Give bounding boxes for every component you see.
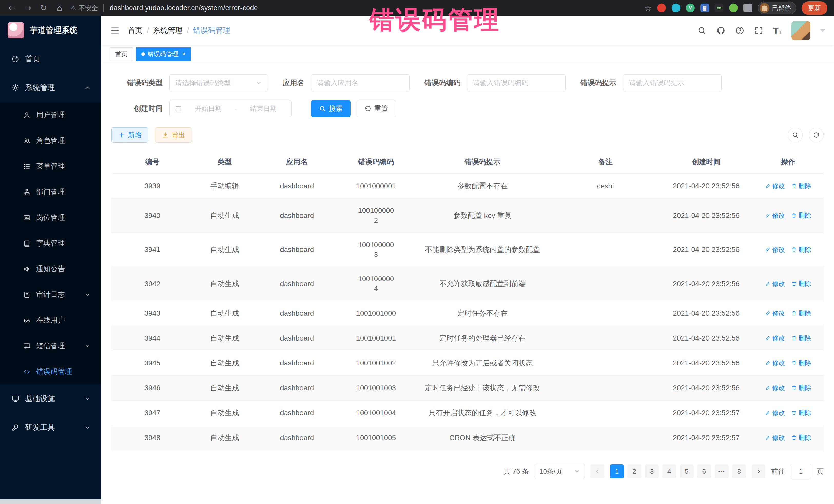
toggle-search-button[interactable] bbox=[788, 128, 803, 143]
page-button[interactable]: 6 bbox=[697, 464, 711, 478]
edit-button[interactable]: 修改 bbox=[765, 308, 785, 318]
sidebar-item-dev-tools[interactable]: 研发工具 bbox=[0, 413, 101, 442]
sidebar-item-role[interactable]: 角色管理 bbox=[0, 128, 101, 153]
cell-app: dashboard bbox=[256, 425, 338, 451]
cell-id: 3943 bbox=[111, 301, 193, 326]
forward-icon[interactable]: → bbox=[23, 3, 33, 13]
help-icon[interactable] bbox=[735, 26, 744, 35]
close-icon[interactable]: × bbox=[182, 50, 185, 58]
delete-button[interactable]: 删除 bbox=[791, 211, 811, 220]
delete-button[interactable]: 删除 bbox=[791, 245, 811, 254]
edit-button[interactable]: 修改 bbox=[765, 333, 785, 343]
browser-profile-chip[interactable]: 已暂停 bbox=[758, 2, 796, 14]
add-button[interactable]: 新增 bbox=[111, 127, 148, 143]
refresh-table-button[interactable] bbox=[809, 128, 824, 143]
extension-icon[interactable] bbox=[672, 4, 680, 12]
error-type-select[interactable]: 请选择错误码类型 bbox=[169, 74, 268, 91]
delete-icon bbox=[791, 435, 797, 440]
delete-button[interactable]: 删除 bbox=[791, 408, 811, 418]
page-button[interactable]: 5 bbox=[680, 464, 694, 478]
sidebar-item-infra[interactable]: 基础设施 bbox=[0, 385, 101, 413]
page-button[interactable]: 4 bbox=[662, 464, 676, 478]
delete-button[interactable]: 删除 bbox=[791, 358, 811, 368]
sidebar-item-audit-log[interactable]: 审计日志 bbox=[0, 282, 101, 307]
extension-icon[interactable]: ▓ bbox=[700, 4, 709, 12]
goto-suffix: 页 bbox=[817, 467, 824, 476]
page-button[interactable]: 2 bbox=[628, 464, 641, 478]
back-icon[interactable]: ← bbox=[7, 3, 17, 13]
delete-button[interactable]: 删除 bbox=[791, 433, 811, 442]
page-button[interactable]: 8 bbox=[732, 464, 746, 478]
sidebar-item-notice[interactable]: 通知公告 bbox=[0, 256, 101, 282]
delete-button[interactable]: 删除 bbox=[791, 181, 811, 191]
hamburger-icon[interactable] bbox=[110, 26, 120, 35]
date-range-picker[interactable]: 开始日期 - 结束日期 bbox=[169, 100, 291, 117]
edit-button[interactable]: 修改 bbox=[765, 211, 785, 220]
reload-icon[interactable]: ↻ bbox=[39, 3, 49, 13]
vue-devtools-icon[interactable]: V bbox=[686, 4, 695, 12]
cell-code: 1001001001 bbox=[338, 326, 414, 351]
page-size-select[interactable]: 10条/页 bbox=[534, 464, 585, 479]
delete-button[interactable]: 删除 bbox=[791, 308, 811, 318]
sidebar-item-system[interactable]: 系统管理 bbox=[0, 73, 101, 102]
edit-button[interactable]: 修改 bbox=[765, 245, 785, 254]
app-name-input[interactable] bbox=[311, 74, 410, 91]
sidebar-item-online-user[interactable]: 在线用户 bbox=[0, 307, 101, 333]
tab-error-code[interactable]: 错误码管理 × bbox=[136, 47, 191, 61]
prev-page-button[interactable] bbox=[591, 464, 604, 478]
cell-app: dashboard bbox=[256, 174, 338, 199]
page-button[interactable]: 3 bbox=[645, 464, 659, 478]
github-icon[interactable] bbox=[716, 26, 725, 35]
delete-button[interactable]: 删除 bbox=[791, 333, 811, 343]
breadcrumb-system[interactable]: 系统管理 bbox=[153, 25, 183, 36]
edit-button[interactable]: 修改 bbox=[765, 433, 785, 442]
address-bar[interactable]: dashboard.yudao.iocoder.cn/system/error-… bbox=[110, 4, 258, 12]
edit-button[interactable]: 修改 bbox=[765, 181, 785, 191]
sidebar-item-menu[interactable]: 菜单管理 bbox=[0, 153, 101, 179]
error-code-input[interactable] bbox=[467, 74, 566, 91]
edit-icon bbox=[765, 410, 771, 415]
chevron-down-icon[interactable] bbox=[820, 29, 825, 32]
sidebar-item-home[interactable]: 首页 bbox=[0, 45, 101, 73]
breadcrumb-home[interactable]: 首页 bbox=[128, 25, 143, 36]
next-page-button[interactable] bbox=[752, 464, 766, 478]
edit-button[interactable]: 修改 bbox=[765, 358, 785, 368]
sidebar-item-sms[interactable]: 短信管理 bbox=[0, 333, 101, 359]
search-icon[interactable] bbox=[697, 26, 706, 35]
cell-operations: 修改删除 bbox=[752, 301, 824, 326]
page-ellipsis[interactable]: ••• bbox=[715, 464, 728, 478]
cell-created: 2021-04-20 23:52:56 bbox=[660, 267, 752, 301]
export-button[interactable]: 导出 bbox=[155, 127, 192, 143]
bookmark-star-icon[interactable]: ☆ bbox=[644, 4, 652, 13]
sidebar-item-dept[interactable]: 部门管理 bbox=[0, 179, 101, 205]
security-indicator[interactable]: ⚠ 不安全 bbox=[70, 4, 98, 12]
delete-button[interactable]: 删除 bbox=[791, 279, 811, 288]
cell-message: 不允许获取敏感配置到前端 bbox=[414, 267, 551, 301]
fullscreen-icon[interactable] bbox=[754, 26, 764, 35]
error-hint-input[interactable] bbox=[623, 74, 722, 91]
app-logo-row[interactable]: 芋道管理系统 bbox=[0, 16, 101, 45]
extensions-puzzle-icon[interactable] bbox=[743, 4, 752, 12]
home-icon[interactable]: ⌂ bbox=[54, 3, 65, 13]
sidebar-item-post[interactable]: 岗位管理 bbox=[0, 205, 101, 231]
extension-icon[interactable] bbox=[657, 4, 666, 12]
sidebar-item-user[interactable]: 用户管理 bbox=[0, 102, 101, 128]
search-button[interactable]: 搜索 bbox=[311, 100, 351, 117]
sidebar-item-dict[interactable]: 字典管理 bbox=[0, 231, 101, 256]
browser-update-button[interactable]: 更新 bbox=[802, 1, 827, 15]
font-size-icon[interactable]: TT bbox=[773, 26, 782, 35]
edit-button[interactable]: 修改 bbox=[765, 279, 785, 288]
edit-button[interactable]: 修改 bbox=[765, 383, 785, 393]
delete-icon bbox=[791, 183, 797, 189]
extension-icon[interactable]: on bbox=[715, 4, 723, 12]
calendar-icon bbox=[175, 105, 182, 112]
user-avatar[interactable] bbox=[791, 21, 810, 40]
reset-button[interactable]: 重置 bbox=[357, 100, 396, 117]
goto-page-input[interactable] bbox=[791, 464, 811, 479]
sidebar-item-error-code[interactable]: 错误码管理 bbox=[0, 359, 101, 385]
tab-home[interactable]: 首页 bbox=[110, 47, 133, 61]
edit-button[interactable]: 修改 bbox=[765, 408, 785, 418]
delete-button[interactable]: 删除 bbox=[791, 383, 811, 393]
extension-icon[interactable] bbox=[729, 4, 738, 12]
page-button[interactable]: 1 bbox=[610, 464, 624, 478]
